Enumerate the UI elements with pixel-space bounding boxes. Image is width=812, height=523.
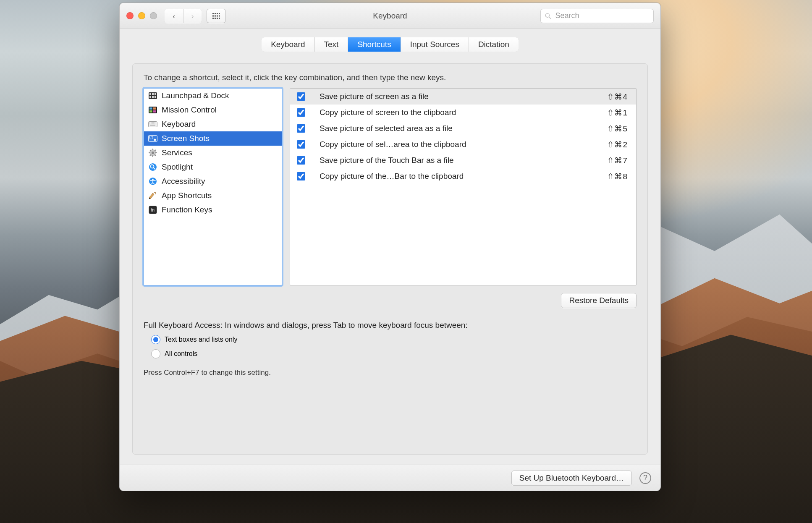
svg-rect-28 <box>151 123 152 123</box>
svg-point-46 <box>149 163 157 171</box>
svg-rect-7 <box>219 15 220 16</box>
bluetooth-keyboard-button[interactable]: Set Up Bluetooth Keyboard… <box>511 471 632 486</box>
keyboard-icon <box>148 120 157 128</box>
search-input[interactable] <box>555 11 649 21</box>
shortcut-row[interactable]: Save picture of selected area as a file … <box>290 120 636 136</box>
shortcut-label: Copy picture of the…Bar to the clipboard <box>320 172 607 181</box>
desktop-background: ‹ › Keyboard KeyboardTextShortcutsInput … <box>0 0 812 523</box>
help-button[interactable]: ? <box>639 472 651 484</box>
shortcut-label: Save picture of the Touch Bar as a file <box>320 156 607 165</box>
nav-back-forward: ‹ › <box>165 9 202 23</box>
category-keyboard[interactable]: Keyboard <box>144 117 282 131</box>
tab-input-sources[interactable]: Input Sources <box>401 37 469 52</box>
category-function-keys[interactable]: fnFunction Keys <box>144 203 282 217</box>
category-mission-control[interactable]: Mission Control <box>144 103 282 117</box>
category-label: Keyboard <box>162 120 196 129</box>
svg-rect-23 <box>153 107 156 110</box>
shortcut-checkbox[interactable] <box>297 92 305 101</box>
radio-icon[interactable] <box>151 335 160 344</box>
svg-rect-26 <box>149 122 157 127</box>
svg-rect-30 <box>153 123 154 123</box>
search-field[interactable] <box>540 9 654 23</box>
svg-rect-25 <box>153 110 156 112</box>
panel-instruction: To change a shortcut, select it, click t… <box>144 73 637 82</box>
fka-option-label: All controls <box>165 350 197 358</box>
shortcut-checkbox[interactable] <box>297 156 305 165</box>
window-footer: Set Up Bluetooth Keyboard… ? <box>120 465 660 491</box>
shortcut-checkbox[interactable] <box>297 124 305 133</box>
tab-shortcuts[interactable]: Shortcuts <box>348 37 401 52</box>
svg-rect-9 <box>215 18 216 19</box>
svg-line-13 <box>549 17 551 18</box>
preferences-window: ‹ › Keyboard KeyboardTextShortcutsInput … <box>119 3 661 491</box>
window-traffic-lights <box>126 12 157 19</box>
svg-point-50 <box>152 179 154 180</box>
services-icon <box>148 149 157 157</box>
svg-rect-19 <box>152 96 154 98</box>
tab-text[interactable]: Text <box>315 37 348 52</box>
svg-rect-5 <box>215 15 216 16</box>
shortcut-keys[interactable]: ⇧⌘2 <box>607 140 628 149</box>
shortcut-checkbox[interactable] <box>297 140 305 149</box>
minimize-icon[interactable] <box>138 12 145 19</box>
restore-defaults-button[interactable]: Restore Defaults <box>561 293 637 308</box>
shortcut-checkbox[interactable] <box>297 108 305 117</box>
window-titlebar: ‹ › Keyboard <box>120 3 660 29</box>
shortcut-label: Save picture of screen as a file <box>320 92 607 101</box>
svg-rect-24 <box>149 110 152 112</box>
svg-rect-10 <box>217 18 218 19</box>
svg-rect-29 <box>152 123 153 123</box>
shortcut-keys[interactable]: ⇧⌘7 <box>607 156 628 165</box>
zoom-icon <box>150 12 157 19</box>
category-spotlight[interactable]: Spotlight <box>144 160 282 174</box>
svg-rect-17 <box>155 93 156 95</box>
category-label: Services <box>162 148 192 157</box>
tab-dictation[interactable]: Dictation <box>469 37 519 52</box>
fka-option[interactable]: All controls <box>151 349 637 358</box>
fka-option[interactable]: Text boxes and lists only <box>151 335 637 344</box>
screenshots-icon <box>148 134 157 143</box>
tab-keyboard[interactable]: Keyboard <box>262 37 314 52</box>
svg-point-37 <box>152 152 154 154</box>
shortcut-row[interactable]: Copy picture of the…Bar to the clipboard… <box>290 168 636 184</box>
fka-option-label: Text boxes and lists only <box>165 336 237 343</box>
appshortcuts-icon <box>148 191 157 200</box>
show-all-button[interactable] <box>207 9 226 23</box>
close-icon[interactable] <box>126 12 134 19</box>
category-app-shortcuts[interactable]: App Shortcuts <box>144 188 282 203</box>
category-label: Spotlight <box>162 162 193 172</box>
svg-rect-0 <box>212 13 214 14</box>
shortcut-keys[interactable]: ⇧⌘1 <box>607 108 628 118</box>
shortcut-keys[interactable]: ⇧⌘8 <box>607 172 628 181</box>
shortcut-list[interactable]: Save picture of screen as a file ⇧⌘4 Cop… <box>290 88 637 285</box>
accessibility-icon <box>148 177 157 186</box>
search-icon <box>545 13 551 19</box>
shortcut-row[interactable]: Copy picture of screen to the clipboard … <box>290 105 636 120</box>
svg-rect-32 <box>150 125 155 126</box>
category-label: Function Keys <box>162 205 212 214</box>
svg-rect-18 <box>149 96 151 98</box>
shortcut-label: Copy picture of screen to the clipboard <box>320 108 607 117</box>
svg-rect-16 <box>152 93 154 95</box>
category-accessibility[interactable]: Accessibility <box>144 174 282 188</box>
svg-text:fn: fn <box>151 208 155 212</box>
radio-icon[interactable] <box>151 349 160 358</box>
back-button[interactable]: ‹ <box>165 9 183 23</box>
category-launchpad-dock[interactable]: Launchpad & Dock <box>144 89 282 103</box>
spotlight-icon <box>148 163 157 171</box>
category-list[interactable]: Launchpad & DockMission ControlKeyboardS… <box>144 88 282 285</box>
shortcut-keys[interactable]: ⇧⌘4 <box>607 92 628 102</box>
shortcut-row[interactable]: Copy picture of sel…area to the clipboar… <box>290 136 636 152</box>
category-services[interactable]: Services <box>144 146 282 160</box>
shortcut-checkbox[interactable] <box>297 172 305 180</box>
forward-button: › <box>183 9 202 23</box>
category-label: App Shortcuts <box>162 191 212 200</box>
shortcut-row[interactable]: Save picture of screen as a file ⇧⌘4 <box>290 89 636 105</box>
category-screen-shots[interactable]: Screen Shots <box>144 131 282 146</box>
svg-rect-11 <box>219 18 220 19</box>
svg-rect-4 <box>212 15 214 16</box>
shortcut-keys[interactable]: ⇧⌘5 <box>607 124 628 133</box>
fn-icon: fn <box>148 206 157 214</box>
svg-point-35 <box>154 139 156 141</box>
shortcut-row[interactable]: Save picture of the Touch Bar as a file … <box>290 152 636 168</box>
